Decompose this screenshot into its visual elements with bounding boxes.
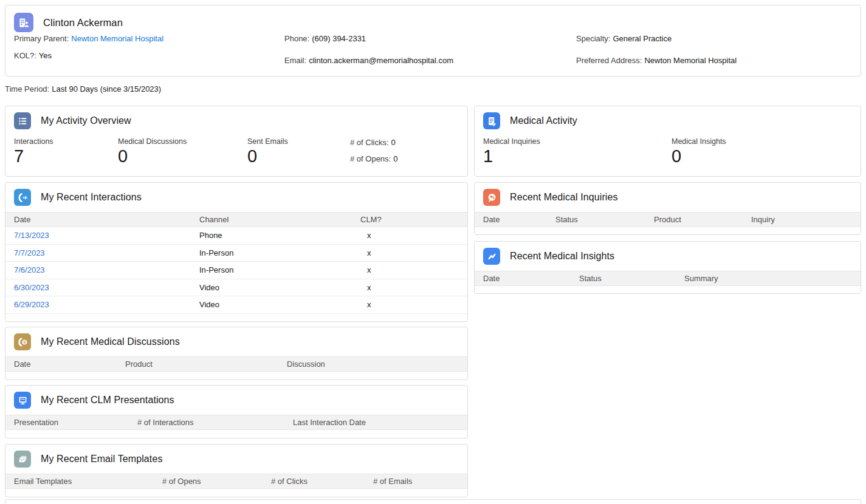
insights-table-body-empty <box>475 286 861 294</box>
interaction-date-link[interactable]: 6/29/2023 <box>14 300 49 309</box>
kol-label: KOL?: <box>14 51 36 60</box>
recent-medical-discussions-card: My Recent Medical Discussions Date Produ… <box>5 327 468 380</box>
email-label: Email: <box>284 56 306 65</box>
email-templates-table-body-empty <box>5 489 467 497</box>
primary-parent-field: Primary Parent:Newton Memorial Hospital <box>14 34 163 43</box>
specialty-value: General Practice <box>613 34 672 43</box>
recent-medical-discussions-header: My Recent Medical Discussions <box>5 327 467 356</box>
preferred-address-field: Preferred Address:Newton Memorial Hospit… <box>576 56 737 65</box>
column-header: Email Templates <box>5 477 162 486</box>
preferred-address-value: Newton Memorial Hospital <box>644 56 737 65</box>
column-header: Product <box>654 215 751 224</box>
stat-sent-emails: Sent Emails 0 <box>247 137 288 166</box>
stat-opens: # of Opens:0 <box>350 154 397 163</box>
recent-clm-presentations-card: My Recent CLM Presentations Presentation… <box>5 385 468 438</box>
interaction-clm: x <box>360 248 467 257</box>
table-row: 6/29/2023 Video x <box>5 296 467 314</box>
interaction-date-link[interactable]: 7/7/2023 <box>14 248 45 257</box>
table-row: 7/13/2023 Phone x <box>5 227 467 245</box>
time-period-value: Last 90 Days (since 3/15/2023) <box>52 84 161 94</box>
recent-email-templates-header: My Recent Email Templates <box>5 444 467 474</box>
column-header: Date <box>5 359 125 369</box>
phone-value: (609) 394-2331 <box>312 34 366 43</box>
stat-clicks-value: 0 <box>391 138 396 147</box>
stat-label: Medical Discussions <box>118 137 187 146</box>
insights-table-header: Date Status Summary <box>475 271 861 286</box>
stat-value: 1 <box>483 147 540 166</box>
stat-interactions: Interactions 7 <box>14 137 53 166</box>
medical-activity-title: Medical Activity <box>510 115 577 126</box>
recent-clm-presentations-header: My Recent CLM Presentations <box>5 386 467 415</box>
email-field: Email:clinton.ackerman@memorialhospital.… <box>284 56 453 65</box>
inquiries-table-body-empty <box>475 227 861 235</box>
column-header: Last Interaction Date <box>293 418 467 427</box>
activity-overview-title: My Activity Overview <box>41 115 131 126</box>
activity-overview-header: My Activity Overview <box>5 106 467 135</box>
stat-opens-label: # of Opens: <box>350 154 391 163</box>
specialty-label: Specialty: <box>576 34 610 43</box>
column-header: Channel <box>199 215 360 224</box>
phone-label: Phone: <box>284 34 309 43</box>
recent-medical-discussions-title: My Recent Medical Discussions <box>41 336 180 347</box>
discussion-phone-icon <box>14 333 31 350</box>
interaction-channel: Video <box>199 300 360 309</box>
stat-label: Interactions <box>14 137 53 146</box>
column-header: Discussion <box>287 359 467 369</box>
activity-overview-icon <box>14 112 31 129</box>
kol-field: KOL?:Yes <box>14 51 52 60</box>
interactions-table-body: 7/13/2023 Phone x 7/7/2023 In-Person x 7… <box>5 227 467 314</box>
kol-value: Yes <box>39 51 52 60</box>
column-header: # of Interactions <box>137 418 293 427</box>
table-row: 6/30/2023 Video x <box>5 279 467 297</box>
interaction-channel: In-Person <box>199 265 360 274</box>
inquiries-table-header: Date Status Product Inquiry <box>475 212 861 227</box>
column-header: Summary <box>684 274 861 283</box>
medical-activity-icon <box>483 112 500 129</box>
column-header: # of Opens <box>162 477 271 486</box>
recent-email-templates-card: My Recent Email Templates Email Template… <box>5 444 468 497</box>
stat-value: 7 <box>14 147 53 166</box>
table-row: 7/7/2023 In-Person x <box>5 245 467 262</box>
column-header: CLM? <box>360 215 467 224</box>
interaction-channel: Video <box>199 283 360 292</box>
next-card-top-edge <box>5 499 861 504</box>
inquiry-reply-icon <box>483 189 500 206</box>
primary-parent-link[interactable]: Newton Memorial Hospital <box>71 34 163 43</box>
recent-medical-inquiries-header: Recent Medical Inquiries <box>475 183 861 212</box>
presentation-monitor-icon <box>14 392 31 409</box>
interaction-date-link[interactable]: 7/6/2023 <box>14 265 45 274</box>
interaction-channel: Phone <box>199 231 360 240</box>
email-value: clinton.ackerman@memorialhospital.com <box>309 56 453 65</box>
call-icon <box>14 189 31 206</box>
column-header: Date <box>475 274 579 283</box>
interaction-date-link[interactable]: 7/13/2023 <box>14 231 49 240</box>
stat-clicks: # of Clicks:0 <box>350 138 396 147</box>
stat-label: Medical Insights <box>672 137 726 146</box>
stat-label: Medical Inquiries <box>483 137 540 146</box>
column-header: Status <box>555 215 654 224</box>
interaction-channel: In-Person <box>199 248 360 257</box>
interaction-date-link[interactable]: 6/30/2023 <box>14 283 49 292</box>
stat-opens-value: 0 <box>393 154 397 163</box>
preferred-address-label: Preferred Address: <box>576 56 642 65</box>
medical-activity-card: Medical Activity Medical Inquiries 1 Med… <box>474 106 861 177</box>
column-header: Date <box>5 215 199 224</box>
activity-overview-card: My Activity Overview Interactions 7 Medi… <box>5 106 468 177</box>
medical-activity-header: Medical Activity <box>475 106 861 135</box>
recent-email-templates-title: My Recent Email Templates <box>41 454 163 465</box>
contact-icon <box>14 13 33 32</box>
column-header: # of Clicks <box>271 477 373 486</box>
recent-interactions-title: My Recent Interactions <box>41 192 142 203</box>
primary-parent-label: Primary Parent: <box>14 34 69 43</box>
clm-table-body-empty <box>5 430 467 438</box>
column-header: Status <box>579 274 684 283</box>
stat-clicks-label: # of Clicks: <box>350 138 389 147</box>
stat-value: 0 <box>247 147 288 166</box>
column-header: Inquiry <box>751 215 861 224</box>
table-row: 7/6/2023 In-Person x <box>5 262 467 279</box>
phone-field: Phone:(609) 394-2331 <box>284 34 366 43</box>
recent-medical-inquiries-title: Recent Medical Inquiries <box>510 192 618 203</box>
email-templates-icon <box>14 451 31 468</box>
column-header: Presentation <box>5 418 137 427</box>
time-period: Time Period:Last 90 Days (since 3/15/202… <box>5 84 161 94</box>
